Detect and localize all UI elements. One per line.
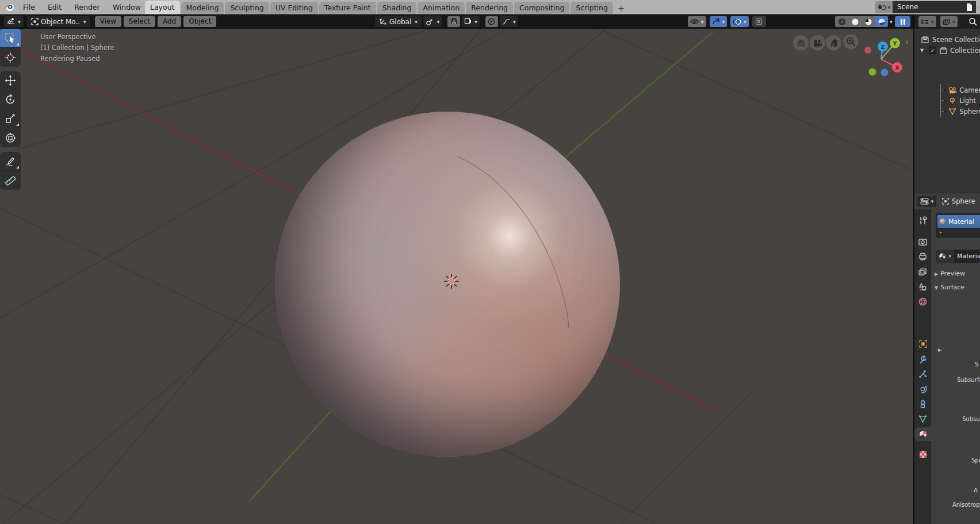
tab-object-data[interactable] (914, 412, 931, 426)
tool-move[interactable] (0, 71, 21, 90)
scene-chevron-right-icon[interactable]: › (977, 3, 979, 11)
zoom-view-button[interactable] (843, 34, 859, 49)
tab-scene[interactable] (914, 280, 931, 293)
material-name-field[interactable]: Material (954, 250, 980, 263)
outliner-row-collection[interactable]: ▼ ✓ Collection (914, 45, 980, 56)
tab-constraints[interactable] (914, 397, 931, 411)
snap-toggle[interactable] (447, 16, 460, 27)
material-slot-item[interactable]: Material (937, 215, 980, 228)
expander-icon[interactable]: ► (944, 109, 947, 114)
material-datablock-menu[interactable]: ▾ (936, 250, 954, 263)
tab-physics[interactable] (914, 382, 931, 396)
outliner-filter-dropdown[interactable]: ▾ (940, 16, 958, 27)
render-pause-button[interactable] (895, 16, 910, 27)
navigation-gizmo[interactable]: Z Y X (857, 35, 910, 84)
tool-rotate[interactable] (0, 90, 21, 109)
proportional-editing-toggle[interactable] (485, 16, 498, 27)
camera-view-button[interactable] (810, 35, 825, 51)
label-fragment: S (975, 361, 978, 368)
tool-transform[interactable] (0, 128, 21, 147)
tool-cursor[interactable] (0, 48, 21, 67)
expander-icon[interactable]: ► (944, 87, 947, 93)
outliner-display-mode-dropdown[interactable]: ▾ (918, 16, 936, 27)
menu-add[interactable]: Add (158, 16, 181, 27)
shading-rendered-button[interactable] (875, 16, 888, 27)
mode-dropdown[interactable]: Object Mo.. ▾ (27, 16, 90, 27)
collapse-arrow-icon[interactable]: ▼ (920, 48, 924, 53)
outliner-row-light[interactable]: ► Light (914, 95, 980, 106)
tab-material[interactable] (914, 427, 932, 441)
scene-datablock-icon[interactable]: ▾ (875, 1, 893, 13)
tab-render[interactable] (914, 235, 931, 248)
tab-object[interactable] (914, 337, 931, 351)
proportional-falloff-dropdown[interactable]: ▾ (500, 16, 518, 27)
pivot-point-dropdown[interactable]: ▾ (423, 16, 442, 27)
outliner-row-camera[interactable]: ► Camera (914, 85, 980, 95)
tab-view-layer[interactable] (914, 265, 931, 278)
new-scene-icon[interactable] (963, 1, 976, 13)
tab-sculpting[interactable]: Sculpting (225, 2, 269, 14)
tab-animation[interactable]: Animation (418, 2, 465, 14)
tab-world[interactable] (914, 294, 931, 308)
hand-icon (829, 39, 838, 47)
mode-label: Object Mo.. (41, 18, 80, 26)
scene-name-field[interactable]: Scene (893, 1, 963, 13)
3d-cursor[interactable] (442, 272, 461, 290)
tab-output[interactable] (914, 250, 931, 263)
tool-scale[interactable] (0, 109, 21, 128)
tab-scripting[interactable]: Scripting (571, 2, 613, 14)
shading-material-button[interactable] (862, 16, 875, 27)
menu-object[interactable]: Object (183, 16, 216, 27)
shading-dropdown[interactable]: ▾ (890, 19, 893, 25)
menu-select[interactable]: Select (124, 16, 155, 27)
tool-measure[interactable] (0, 171, 21, 190)
tab-tool[interactable] (914, 213, 931, 227)
tab-uv-editing[interactable]: UV Editing (270, 2, 318, 14)
3d-viewport[interactable]: User Perspective (1) Collection | Sphere… (0, 29, 913, 524)
row-label: Sphere (959, 108, 980, 116)
blender-logo-icon[interactable] (3, 3, 14, 12)
menu-file[interactable]: File (17, 0, 41, 14)
tab-compositing[interactable]: Compositing (514, 2, 569, 14)
svg-text:Y: Y (893, 40, 897, 47)
tab-layout[interactable]: Layout (145, 1, 180, 14)
pan-view-button[interactable] (826, 35, 841, 51)
menu-edit[interactable]: Edit (41, 0, 68, 14)
collection-checkbox[interactable]: ✓ (929, 47, 936, 54)
shading-mode-group: ▾ (835, 16, 893, 27)
grid-ortho-button[interactable] (793, 35, 809, 51)
transform-orientation-dropdown[interactable]: Global ▾ (375, 16, 422, 27)
shading-solid-button[interactable] (848, 16, 862, 27)
panel-preview[interactable]: ▶Preview (935, 270, 965, 277)
gizmos-toggle[interactable]: ▾ (710, 16, 728, 27)
overlays-toggle[interactable]: ▾ (730, 16, 749, 27)
tab-texture[interactable] (914, 447, 931, 461)
editor-type-button[interactable]: ▾ (4, 16, 24, 27)
sidebar-collapse-arrow[interactable]: ‹ (905, 37, 909, 47)
add-workspace-button[interactable]: + (614, 2, 628, 14)
menu-window[interactable]: Window (106, 0, 147, 14)
outliner-search-icon[interactable] (968, 17, 978, 26)
slot-expander-icon[interactable]: ▸ (940, 230, 942, 235)
tool-select-box[interactable] (0, 29, 21, 48)
tab-particles[interactable] (914, 367, 931, 381)
tab-texture-paint[interactable]: Texture Paint (319, 2, 376, 14)
visibility-dropdown[interactable]: ▾ (688, 16, 706, 27)
tab-modifiers[interactable] (914, 352, 931, 366)
properties-editor-type-button[interactable]: ▾ (917, 196, 936, 207)
shading-wireframe-button[interactable] (835, 16, 848, 27)
snap-target-dropdown[interactable]: ▾ (462, 16, 480, 27)
menu-view[interactable]: View (95, 16, 121, 27)
properties-panel: ▾ Sphere (913, 193, 980, 524)
xray-toggle[interactable] (752, 16, 766, 27)
panel-surface[interactable]: ▼Surface (935, 284, 964, 291)
tab-shading[interactable]: Shading (377, 2, 417, 14)
outliner-row-scene-collection[interactable]: Scene Collection (914, 34, 980, 45)
tab-modeling[interactable]: Modeling (181, 2, 224, 14)
vector-expander-icon[interactable]: ▶ (938, 347, 941, 353)
tab-rendering[interactable]: Rendering (466, 2, 513, 14)
expander-icon[interactable]: ► (944, 98, 947, 103)
tool-annotate[interactable] (0, 152, 21, 171)
outliner-row-sphere[interactable]: ► Sphere (914, 106, 980, 117)
menu-render[interactable]: Render (68, 0, 106, 14)
